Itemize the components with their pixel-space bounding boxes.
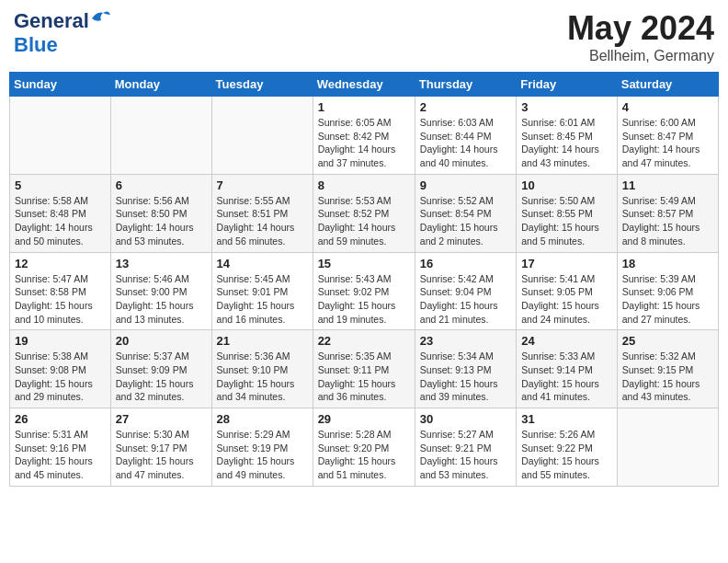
day-number: 7 <box>217 178 308 192</box>
calendar-cell: 20Sunrise: 5:37 AM Sunset: 9:09 PM Dayli… <box>110 330 211 408</box>
day-info: Sunrise: 5:28 AM Sunset: 9:20 PM Dayligh… <box>318 428 410 482</box>
day-number: 5 <box>15 178 106 192</box>
weekday-header-monday: Monday <box>110 73 211 97</box>
day-info: Sunrise: 5:41 AM Sunset: 9:05 PM Dayligh… <box>521 272 612 327</box>
calendar-cell: 5Sunrise: 5:58 AM Sunset: 8:48 PM Daylig… <box>10 174 111 252</box>
month-title: May 2024 <box>567 9 714 48</box>
day-info: Sunrise: 5:38 AM Sunset: 9:08 PM Dayligh… <box>15 350 106 404</box>
day-info: Sunrise: 6:01 AM Sunset: 8:45 PM Dayligh… <box>521 116 612 170</box>
calendar-cell: 14Sunrise: 5:45 AM Sunset: 9:01 PM Dayli… <box>211 252 313 330</box>
weekday-header-tuesday: Tuesday <box>211 73 313 97</box>
day-number: 30 <box>420 412 511 426</box>
day-number: 1 <box>318 100 410 114</box>
weekday-header-wednesday: Wednesday <box>313 73 415 97</box>
day-number: 20 <box>116 334 207 348</box>
day-info: Sunrise: 5:58 AM Sunset: 8:48 PM Dayligh… <box>15 194 106 248</box>
day-info: Sunrise: 6:05 AM Sunset: 8:42 PM Dayligh… <box>318 116 410 170</box>
title-block: May 2024 Bellheim, Germany <box>567 9 714 64</box>
day-info: Sunrise: 5:37 AM Sunset: 9:09 PM Dayligh… <box>116 350 207 404</box>
day-info: Sunrise: 5:33 AM Sunset: 9:14 PM Dayligh… <box>521 350 612 404</box>
day-info: Sunrise: 5:50 AM Sunset: 8:55 PM Dayligh… <box>521 194 612 248</box>
day-info: Sunrise: 5:55 AM Sunset: 8:51 PM Dayligh… <box>217 194 308 248</box>
day-number: 22 <box>318 334 410 348</box>
calendar-cell: 30Sunrise: 5:27 AM Sunset: 9:21 PM Dayli… <box>415 408 516 487</box>
day-info: Sunrise: 5:45 AM Sunset: 9:01 PM Dayligh… <box>217 272 308 327</box>
calendar-cell: 1Sunrise: 6:05 AM Sunset: 8:42 PM Daylig… <box>313 97 415 175</box>
day-number: 6 <box>116 178 207 192</box>
day-number: 9 <box>420 178 511 192</box>
week-row-2: 5Sunrise: 5:58 AM Sunset: 8:48 PM Daylig… <box>10 174 719 252</box>
day-info: Sunrise: 5:26 AM Sunset: 9:22 PM Dayligh… <box>521 428 612 482</box>
day-number: 12 <box>15 257 106 270</box>
week-row-1: 1Sunrise: 6:05 AM Sunset: 8:42 PM Daylig… <box>10 97 719 175</box>
location-text: Bellheim, Germany <box>567 48 714 64</box>
week-row-5: 26Sunrise: 5:31 AM Sunset: 9:16 PM Dayli… <box>10 408 719 487</box>
day-number: 27 <box>116 412 207 426</box>
day-info: Sunrise: 5:30 AM Sunset: 9:17 PM Dayligh… <box>116 428 207 482</box>
weekday-header-friday: Friday <box>517 73 618 97</box>
calendar-cell <box>617 408 718 487</box>
day-number: 28 <box>217 412 308 426</box>
calendar-cell: 21Sunrise: 5:36 AM Sunset: 9:10 PM Dayli… <box>211 330 313 408</box>
calendar-cell <box>110 97 211 175</box>
calendar-cell: 24Sunrise: 5:33 AM Sunset: 9:14 PM Dayli… <box>517 330 618 408</box>
calendar-cell: 15Sunrise: 5:43 AM Sunset: 9:02 PM Dayli… <box>313 252 415 330</box>
day-number: 17 <box>521 257 612 270</box>
day-number: 18 <box>622 257 713 270</box>
calendar-cell: 19Sunrise: 5:38 AM Sunset: 9:08 PM Dayli… <box>10 330 111 408</box>
day-number: 8 <box>318 178 410 192</box>
day-number: 24 <box>521 334 612 348</box>
day-info: Sunrise: 5:53 AM Sunset: 8:52 PM Dayligh… <box>318 194 410 248</box>
day-number: 10 <box>521 178 612 192</box>
day-info: Sunrise: 5:52 AM Sunset: 8:54 PM Dayligh… <box>420 194 511 248</box>
day-number: 23 <box>420 334 511 348</box>
day-number: 19 <box>15 334 106 348</box>
calendar-cell: 10Sunrise: 5:50 AM Sunset: 8:55 PM Dayli… <box>517 174 618 252</box>
day-number: 15 <box>318 257 410 270</box>
calendar-cell: 27Sunrise: 5:30 AM Sunset: 9:17 PM Dayli… <box>110 408 211 487</box>
day-number: 16 <box>420 257 511 270</box>
day-number: 11 <box>622 178 713 192</box>
calendar-cell: 17Sunrise: 5:41 AM Sunset: 9:05 PM Dayli… <box>517 252 618 330</box>
weekday-header-saturday: Saturday <box>617 73 718 97</box>
day-info: Sunrise: 5:49 AM Sunset: 8:57 PM Dayligh… <box>622 194 713 248</box>
calendar-cell <box>10 97 111 175</box>
day-info: Sunrise: 5:39 AM Sunset: 9:06 PM Dayligh… <box>622 272 713 327</box>
day-info: Sunrise: 5:27 AM Sunset: 9:21 PM Dayligh… <box>420 428 511 482</box>
day-info: Sunrise: 5:34 AM Sunset: 9:13 PM Dayligh… <box>420 350 511 404</box>
day-number: 3 <box>521 100 612 114</box>
day-number: 31 <box>521 412 612 426</box>
calendar-cell: 31Sunrise: 5:26 AM Sunset: 9:22 PM Dayli… <box>517 408 618 487</box>
day-number: 26 <box>15 412 106 426</box>
calendar-cell: 3Sunrise: 6:01 AM Sunset: 8:45 PM Daylig… <box>517 97 618 175</box>
day-number: 4 <box>622 100 713 114</box>
calendar-table: SundayMondayTuesdayWednesdayThursdayFrid… <box>9 72 719 487</box>
calendar-cell: 22Sunrise: 5:35 AM Sunset: 9:11 PM Dayli… <box>313 330 415 408</box>
logo-blue-text: Blue <box>14 33 58 57</box>
calendar-cell: 9Sunrise: 5:52 AM Sunset: 8:54 PM Daylig… <box>415 174 516 252</box>
day-number: 2 <box>420 100 511 114</box>
calendar-cell: 29Sunrise: 5:28 AM Sunset: 9:20 PM Dayli… <box>313 408 415 487</box>
day-info: Sunrise: 5:36 AM Sunset: 9:10 PM Dayligh… <box>217 350 308 404</box>
day-info: Sunrise: 5:46 AM Sunset: 9:00 PM Dayligh… <box>116 272 207 327</box>
calendar-cell: 18Sunrise: 5:39 AM Sunset: 9:06 PM Dayli… <box>617 252 718 330</box>
day-info: Sunrise: 5:32 AM Sunset: 9:15 PM Dayligh… <box>622 350 713 404</box>
calendar-cell: 13Sunrise: 5:46 AM Sunset: 9:00 PM Dayli… <box>110 252 211 330</box>
calendar-cell <box>211 97 313 175</box>
calendar-cell: 28Sunrise: 5:29 AM Sunset: 9:19 PM Dayli… <box>211 408 313 487</box>
calendar-cell: 7Sunrise: 5:55 AM Sunset: 8:51 PM Daylig… <box>211 174 313 252</box>
day-info: Sunrise: 5:47 AM Sunset: 8:58 PM Dayligh… <box>15 272 106 327</box>
calendar-cell: 23Sunrise: 5:34 AM Sunset: 9:13 PM Dayli… <box>415 330 516 408</box>
calendar-cell: 26Sunrise: 5:31 AM Sunset: 9:16 PM Dayli… <box>10 408 111 487</box>
day-number: 21 <box>217 334 308 348</box>
weekday-header-row: SundayMondayTuesdayWednesdayThursdayFrid… <box>10 73 719 97</box>
day-number: 14 <box>217 257 308 270</box>
day-info: Sunrise: 5:43 AM Sunset: 9:02 PM Dayligh… <box>318 272 410 327</box>
week-row-3: 12Sunrise: 5:47 AM Sunset: 8:58 PM Dayli… <box>10 252 719 330</box>
logo-general-text: General <box>14 9 89 33</box>
day-info: Sunrise: 5:31 AM Sunset: 9:16 PM Dayligh… <box>15 428 106 482</box>
day-info: Sunrise: 5:42 AM Sunset: 9:04 PM Dayligh… <box>420 272 511 327</box>
weekday-header-sunday: Sunday <box>10 73 111 97</box>
day-info: Sunrise: 6:03 AM Sunset: 8:44 PM Dayligh… <box>420 116 511 170</box>
weekday-header-thursday: Thursday <box>415 73 516 97</box>
